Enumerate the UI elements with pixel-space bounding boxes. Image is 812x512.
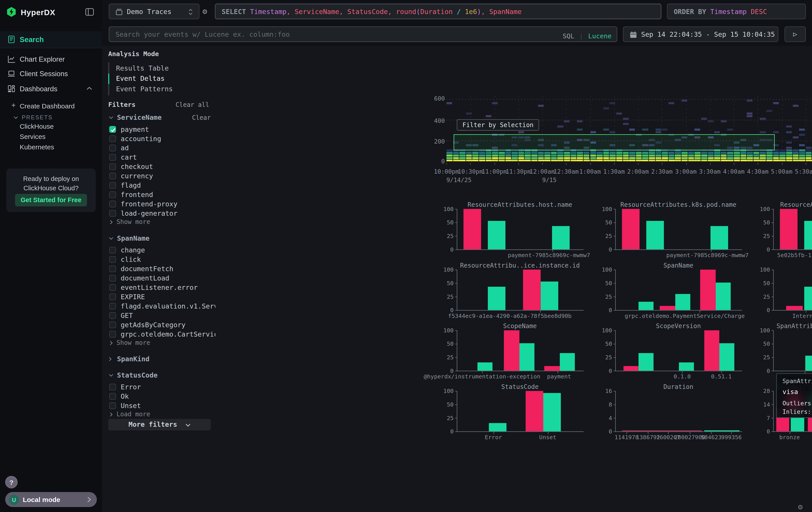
chart-plot[interactable]	[615, 330, 742, 371]
sql-toggle[interactable]: SQL	[562, 32, 574, 40]
order-by-input[interactable]: ORDER BY Timestamp DESC	[667, 4, 806, 19]
chart-bar-outlier[interactable]	[545, 366, 560, 371]
chart-bar-inlier[interactable]	[488, 221, 505, 249]
checkbox-unchecked[interactable]	[109, 256, 116, 263]
chart-plot[interactable]	[457, 270, 584, 311]
local-mode-menu[interactable]: U Local mode	[5, 492, 97, 507]
sidebar-item-chart-explorer[interactable]: Chart Explorer	[0, 52, 102, 67]
checkbox-unchecked[interactable]	[109, 384, 116, 390]
filter-checkbox-row[interactable]: GET	[102, 311, 215, 320]
sidebar-item-dashboards[interactable]: Dashboards	[0, 82, 102, 97]
analysis-mode-option[interactable]: Event Patterns	[116, 85, 173, 93]
chart-bar-outlier[interactable]	[786, 306, 803, 310]
checkbox-unchecked[interactable]	[109, 135, 116, 142]
chart-plot[interactable]	[773, 209, 812, 250]
filter-checkbox-row[interactable]: grpc.oteldemo.CartServic…	[102, 330, 215, 339]
create-dashboard-button[interactable]: + Create Dashboard	[0, 100, 102, 112]
chart-bar-inlier[interactable]	[552, 226, 570, 249]
checkbox-unchecked[interactable]	[109, 191, 116, 198]
filter-group-spankind[interactable]: SpanKind	[102, 355, 215, 364]
filter-checkbox-row[interactable]: Error	[102, 383, 215, 392]
chart-bar-inlier[interactable]	[639, 353, 654, 371]
filter-checkbox-row[interactable]: Unset	[102, 401, 215, 411]
search-input[interactable]: Search your events w/ Lucene ex. column:…	[109, 26, 617, 42]
checkbox-unchecked[interactable]	[109, 247, 116, 253]
help-button[interactable]: ?	[5, 476, 18, 488]
chart-bar-inlier[interactable]	[646, 221, 664, 249]
chart-plot[interactable]	[773, 330, 812, 371]
chart-bar-inlier[interactable]	[489, 423, 507, 431]
chart-plot[interactable]	[457, 330, 584, 371]
filter-checkbox-row[interactable]: accounting	[102, 134, 215, 143]
filter-checkbox-row[interactable]: frontend-proxy	[102, 200, 215, 209]
chart-plot[interactable]	[457, 209, 584, 250]
filter-checkbox-row[interactable]: checkout	[102, 162, 215, 172]
chart-bar-inlier[interactable]	[675, 294, 690, 310]
show-more-button[interactable]: Show more	[110, 218, 150, 226]
chart-bar-outlier[interactable]	[780, 209, 798, 249]
filter-checkbox-row[interactable]: eventListener.error	[102, 283, 215, 293]
chart-plot[interactable]	[773, 270, 812, 311]
filter-checkbox-row[interactable]: ad	[102, 143, 215, 153]
chart-bar-outlier[interactable]	[700, 270, 716, 310]
chart-bar-inlier[interactable]	[679, 362, 694, 371]
checkbox-unchecked[interactable]	[109, 284, 116, 291]
chart-bar-outlier[interactable]	[704, 330, 719, 371]
chart-bar-outlier[interactable]	[660, 306, 675, 310]
filter-checkbox-row[interactable]: flagd.evaluation.v1.Serv…	[102, 302, 215, 311]
checkbox-unchecked[interactable]	[109, 393, 116, 400]
filter-checkbox-row[interactable]: documentFetch	[102, 265, 215, 274]
analysis-mode-option[interactable]: Results Table	[116, 64, 169, 72]
filter-group-statuscode[interactable]: StatusCode	[102, 371, 215, 380]
filter-checkbox-row[interactable]: frontend	[102, 190, 215, 200]
chart-bar-outlier[interactable]	[622, 209, 640, 249]
chart-bar-inlier[interactable]	[560, 353, 575, 371]
page-settings-gear-icon[interactable]: ⚙	[798, 503, 803, 512]
sql-select-input[interactable]: SELECT Timestamp, ServiceName, StatusCod…	[215, 4, 662, 19]
filter-checkbox-row[interactable]: EXPIRE	[102, 293, 215, 302]
panel-collapse-icon[interactable]	[85, 8, 94, 16]
checkbox-unchecked[interactable]	[109, 331, 116, 338]
chart-bar-inlier[interactable]	[716, 282, 731, 310]
chart-bar-outlier[interactable]	[464, 209, 482, 249]
chart-plot[interactable]	[615, 391, 742, 432]
lucene-toggle[interactable]: Lucene	[588, 32, 611, 40]
clear-all-button[interactable]: Clear all	[175, 101, 209, 108]
filter-checkbox-row[interactable]: getAdsByCategory	[102, 320, 215, 330]
chart-plot[interactable]	[457, 391, 584, 432]
filter-checkbox-row[interactable]: load-generator	[102, 209, 215, 218]
sidebar-item-clickhouse[interactable]: ClickHouse	[20, 123, 54, 133]
filter-checkbox-row[interactable]: payment	[102, 125, 215, 134]
checkbox-unchecked[interactable]	[109, 303, 116, 309]
checkbox-unchecked[interactable]	[109, 145, 116, 152]
checkbox-unchecked[interactable]	[109, 163, 116, 170]
chart-2-resourceattributes-k8s-pod-uid[interactable]: ResourceAttributes.k8s.pod.uid100502505e…	[741, 201, 812, 261]
filter-checkbox-row[interactable]: currency	[102, 172, 215, 181]
checkbox-unchecked[interactable]	[109, 265, 116, 272]
get-started-button[interactable]: Get Started for Free	[15, 194, 87, 206]
analysis-mode-option[interactable]: Event Deltas	[116, 75, 165, 82]
filter-checkbox-row[interactable]: documentLoad	[102, 274, 215, 283]
show-more-button[interactable]: Load more	[110, 411, 150, 419]
checkbox-unchecked[interactable]	[109, 173, 116, 180]
chart-bar-inlier[interactable]	[639, 302, 654, 310]
sidebar-item-kubernetes[interactable]: Kubernetes	[20, 143, 54, 154]
chart-bar-inlier[interactable]	[804, 221, 812, 249]
chart-bar-inlier[interactable]	[488, 287, 505, 310]
chart-bar-inlier[interactable]	[543, 393, 561, 431]
clear-filter-button[interactable]: Clear	[192, 114, 211, 121]
filter-checkbox-row[interactable]: Ok	[102, 392, 215, 401]
checkbox-checked[interactable]	[109, 126, 116, 133]
checkbox-unchecked[interactable]	[109, 200, 116, 207]
chart-5-spankind[interactable]: SpanKind10050250InternalServer	[741, 262, 812, 322]
chart-bar-inlier[interactable]	[710, 226, 728, 249]
filter-checkbox-row[interactable]: change	[102, 246, 215, 255]
language-toggle[interactable]: SQL | Lucene	[562, 30, 611, 40]
checkbox-unchecked[interactable]	[109, 154, 116, 161]
filter-checkbox-row[interactable]: cart	[102, 153, 215, 162]
filter-by-selection-button[interactable]: Filter by Selection	[457, 119, 539, 131]
filter-group-spanname[interactable]: SpanName	[102, 234, 215, 243]
source-select[interactable]: Demo Traces	[109, 4, 199, 19]
chart-bar-inlier[interactable]	[804, 287, 812, 310]
checkbox-unchecked[interactable]	[109, 182, 116, 189]
